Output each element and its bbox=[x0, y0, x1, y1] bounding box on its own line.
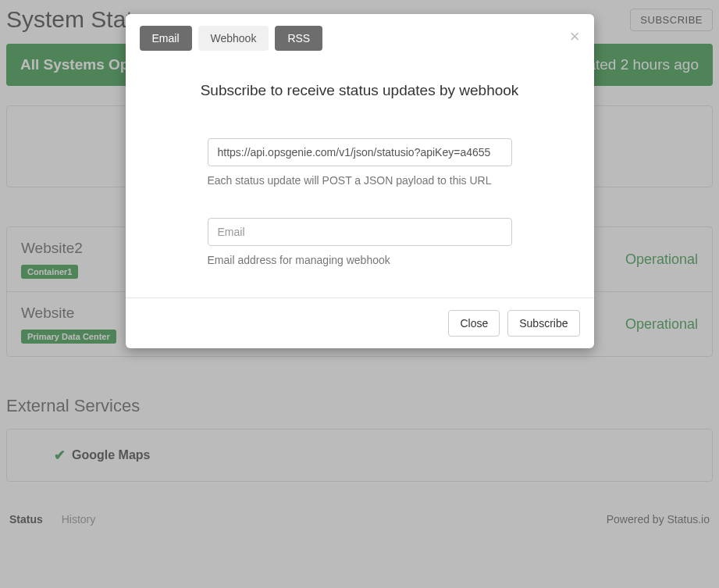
close-icon[interactable]: × bbox=[570, 28, 580, 45]
email-help-text: Email address for managing webhook bbox=[208, 254, 512, 266]
subscribe-submit-button[interactable]: Subscribe bbox=[507, 310, 579, 337]
email-input[interactable] bbox=[208, 218, 512, 246]
subscribe-modal: Email Webhook RSS × Subscribe to receive… bbox=[126, 14, 594, 348]
modal-title: Subscribe to receive status updates by w… bbox=[165, 82, 555, 99]
modal-overlay[interactable]: Email Webhook RSS × Subscribe to receive… bbox=[0, 0, 719, 588]
tab-rss[interactable]: RSS bbox=[275, 26, 322, 51]
webhook-url-input[interactable] bbox=[208, 138, 512, 166]
close-button[interactable]: Close bbox=[448, 310, 500, 337]
webhook-help-text: Each status update will POST a JSON payl… bbox=[208, 174, 512, 187]
tab-email[interactable]: Email bbox=[140, 26, 192, 51]
tab-webhook[interactable]: Webhook bbox=[198, 26, 269, 51]
modal-tabs: Email Webhook RSS bbox=[140, 26, 580, 51]
